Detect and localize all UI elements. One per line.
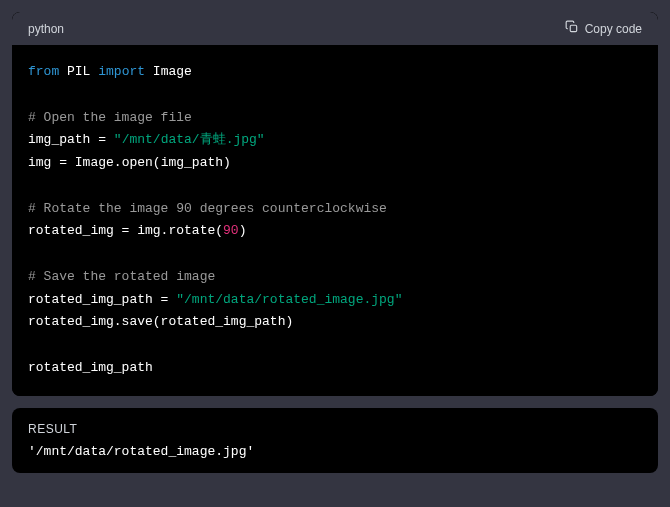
code-line <box>28 175 642 198</box>
code-line: from PIL import Image <box>28 61 642 84</box>
result-block: RESULT '/mnt/data/rotated_image.jpg' <box>12 408 658 473</box>
result-output: '/mnt/data/rotated_image.jpg' <box>28 444 642 459</box>
copy-code-button[interactable]: Copy code <box>565 20 642 37</box>
code-block: python Copy code from PIL import Image #… <box>12 12 658 396</box>
code-line: # Open the image file <box>28 107 642 130</box>
code-body: from PIL import Image # Open the image f… <box>12 45 658 396</box>
svg-rect-0 <box>570 25 576 31</box>
copy-code-label: Copy code <box>585 22 642 36</box>
code-line: # Save the rotated image <box>28 266 642 289</box>
language-label: python <box>28 22 64 36</box>
code-line <box>28 334 642 357</box>
code-line: img_path = "/mnt/data/青蛙.jpg" <box>28 129 642 152</box>
clipboard-icon <box>565 20 579 37</box>
code-line <box>28 84 642 107</box>
code-line: img = Image.open(img_path) <box>28 152 642 175</box>
code-line: # Rotate the image 90 degrees counterclo… <box>28 198 642 221</box>
code-line <box>28 243 642 266</box>
code-line: rotated_img_path <box>28 357 642 380</box>
code-line: rotated_img.save(rotated_img_path) <box>28 311 642 334</box>
result-label: RESULT <box>28 422 642 436</box>
code-line: rotated_img = img.rotate(90) <box>28 220 642 243</box>
code-line: rotated_img_path = "/mnt/data/rotated_im… <box>28 289 642 312</box>
code-header: python Copy code <box>12 12 658 45</box>
